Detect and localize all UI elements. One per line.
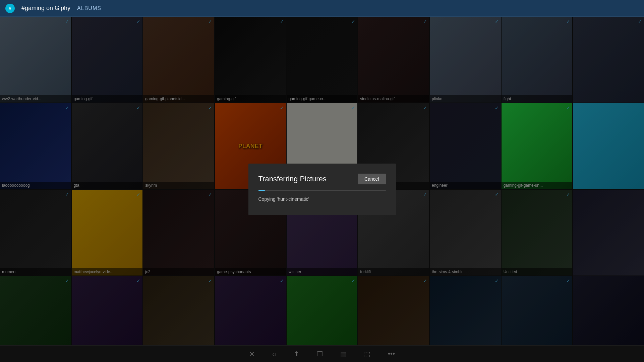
header: # #gaming on Giphy ALBUMS [0, 0, 644, 17]
progress-bar-track [258, 190, 386, 191]
logo-text: # [9, 6, 11, 11]
albums-button[interactable]: ALBUMS [77, 5, 101, 11]
progress-bar-fill [258, 190, 265, 191]
dialog-header: Transferring Pictures Cancel [258, 174, 386, 184]
app-logo: # [5, 4, 15, 13]
transfer-dialog: Transferring Pictures Cancel Copying 'hu… [248, 164, 396, 215]
dialog-overlay: Transferring Pictures Cancel Copying 'hu… [0, 17, 644, 362]
dialog-title: Transferring Pictures [258, 175, 327, 183]
cancel-button[interactable]: Cancel [358, 174, 386, 184]
copy-status: Copying 'hunt-cinematic' [258, 196, 386, 202]
app-title: #gaming on Giphy [21, 5, 70, 12]
